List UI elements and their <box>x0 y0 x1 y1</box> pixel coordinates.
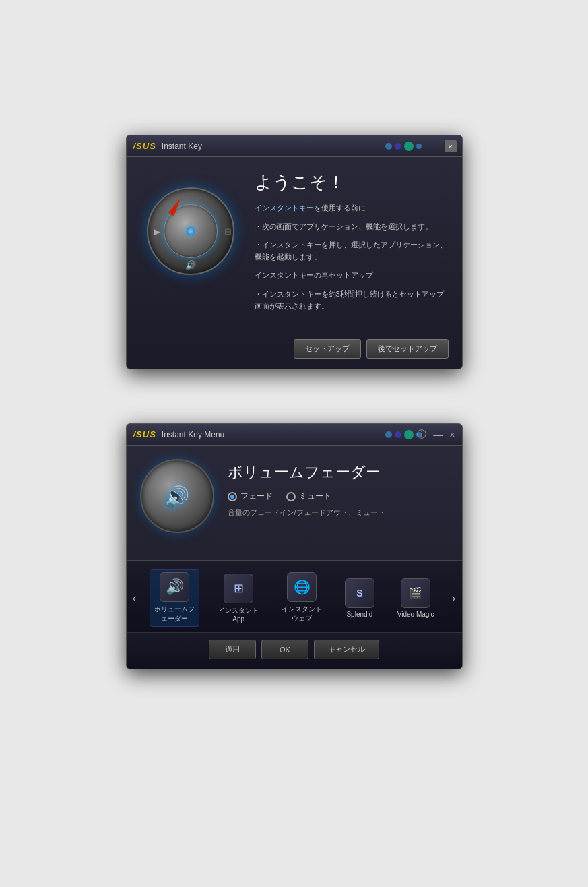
volume-desc: 音量のフェードイン/フェードアウト、ミュート <box>228 508 449 518</box>
bokeh-dot-4 <box>416 144 422 149</box>
dialog-instant-key-menu: /SUS Instant Key Menu ⓘ — × 🔊 ボリュームフェーダー <box>126 423 463 669</box>
app-icon-box-web: 🌐 <box>287 572 317 602</box>
dial-inner <box>164 204 218 258</box>
radio-mute-label: ミュート <box>299 491 331 502</box>
app-icon-box-splendid: S <box>345 578 374 608</box>
app-icon-instant-app[interactable]: ⊞ インスタントApp <box>214 571 263 625</box>
title-icons: ⓘ — × <box>416 429 456 441</box>
arrow-left-button[interactable]: ‹ <box>127 578 143 618</box>
volume-title: ボリュームフェーダー <box>228 462 449 483</box>
radio-mute[interactable]: ミュート <box>286 491 331 502</box>
minimize-button[interactable]: — <box>432 429 444 440</box>
dial-grid-icon: ⊞ <box>224 226 232 237</box>
app-icon-video-magic[interactable]: 🎬 Video Magic <box>393 576 438 621</box>
bokeh-dot-7 <box>404 430 414 439</box>
welcome-p3: ・インスタントキーを押し、選択したアプリケーション、機能を起動します。 <box>255 239 449 263</box>
radio-fade[interactable]: フェード <box>228 491 273 502</box>
radio-fade-label: フェード <box>240 491 273 502</box>
dial-arrow <box>168 196 183 216</box>
welcome-heading: ようこそ！ <box>255 171 449 194</box>
welcome-text: ようこそ！ インスタントキーを使用する前に ・次の画面でアプリケーション、機能を… <box>255 171 449 319</box>
info-button[interactable]: ⓘ <box>416 429 428 441</box>
welcome-p1: インスタントキーを使用する前に <box>255 202 449 214</box>
asus-logo-2: /SUS <box>133 429 156 439</box>
bokeh-dot-2 <box>395 143 401 150</box>
app-icon-box-volume: 🔊 <box>160 572 189 602</box>
titlebar-1: /SUS Instant Key × <box>127 135 462 157</box>
asus-logo-1: /SUS <box>133 141 156 151</box>
app-label-instant-app: インスタントApp <box>218 606 259 623</box>
bokeh-dot-3 <box>404 142 414 151</box>
dialog2-footer: 適用 OK キャンセル <box>127 632 462 669</box>
radio-dot-mute <box>286 492 296 501</box>
app-icons-container: 🔊 ボリュームフェーダー ⊞ インスタントApp 🌐 インスタントウェブ <box>143 569 446 627</box>
welcome-body: インスタントキーを使用する前に ・次の画面でアプリケーション、機能を選択します。… <box>255 202 449 312</box>
volume-dial-icon: 🔊 <box>164 485 189 508</box>
app-strip: ‹ 🔊 ボリュームフェーダー ⊞ インスタントApp 🌐 <box>127 560 462 632</box>
splendid-icon: S <box>356 588 362 599</box>
app-label-splendid: Splendid <box>346 611 372 618</box>
setup-button[interactable]: セットアップ <box>294 339 361 359</box>
dial-play-icon: ▶ <box>150 224 164 239</box>
volume-fader-icon: 🔊 <box>166 578 184 596</box>
app-icon-instant-web[interactable]: 🌐 インスタントウェブ <box>277 570 326 626</box>
close-button-2[interactable]: × <box>448 429 456 440</box>
welcome-p5: ・インスタントキーを約3秒間押し続けるとセットアップ画面が表示されます。 <box>255 288 449 312</box>
cancel-button[interactable]: キャンセル <box>314 640 379 659</box>
close-button-1[interactable]: × <box>445 140 457 152</box>
dialog2-title: Instant Key Menu <box>162 430 224 439</box>
volume-info: ボリュームフェーダー フェード ミュート 音量のフェードイン/フェードアウト、ミ… <box>228 459 449 518</box>
dialog2-body: 🔊 ボリュームフェーダー フェード ミュート 音量のフェードイン/フェードアウト… <box>127 446 462 560</box>
dial-outer: ▶ ⊞ 🔊 <box>147 187 234 275</box>
dialog1-title: Instant Key <box>162 142 202 151</box>
volume-dial: 🔊 <box>140 459 214 533</box>
welcome-p4: インスタントキーの再セットアップ <box>255 270 449 282</box>
app-icon-splendid[interactable]: S Splendid <box>341 576 379 621</box>
ok-button[interactable]: OK <box>261 640 308 659</box>
video-magic-icon: 🎬 <box>409 586 422 599</box>
app-label-instant-web: インスタントウェブ <box>282 605 322 623</box>
dial-volume-icon: 🔊 <box>185 260 196 270</box>
welcome-text-1: を使用する前に <box>314 204 366 212</box>
apply-button[interactable]: 適用 <box>209 640 256 659</box>
titlebar-2: /SUS Instant Key Menu ⓘ — × <box>127 424 462 446</box>
highlight-1: インスタントキー <box>255 204 314 212</box>
bokeh-decoration <box>385 135 422 156</box>
bokeh-dot-6 <box>395 431 401 438</box>
dial-container: ▶ ⊞ 🔊 <box>140 171 241 292</box>
app-label-video-magic: Video Magic <box>397 611 434 618</box>
volume-section: 🔊 ボリュームフェーダー フェード ミュート 音量のフェードイン/フェードアウト… <box>140 459 449 533</box>
arrow-right-button[interactable]: › <box>446 578 462 618</box>
app-label-volume: ボリュームフェーダー <box>154 605 195 623</box>
dialog1-footer: セットアップ 後でセットアップ <box>127 332 462 369</box>
radio-row: フェード ミュート <box>228 491 449 502</box>
dialog1-body: ▶ ⊞ 🔊 ようこそ！ インスタントキーを使用する前に ・次の画面でアプリケーシ… <box>127 157 462 332</box>
welcome-p2: ・次の画面でアプリケーション、機能を選択します。 <box>255 221 449 233</box>
bokeh-dot-1 <box>385 143 392 150</box>
dial-center <box>187 227 195 235</box>
instant-app-icon: ⊞ <box>234 581 244 596</box>
later-button[interactable]: 後でセットアップ <box>366 339 449 359</box>
bokeh-dot-5 <box>385 431 392 438</box>
app-icon-volume-fader[interactable]: 🔊 ボリュームフェーダー <box>150 569 199 627</box>
app-icon-box-app: ⊞ <box>224 574 253 603</box>
app-icon-box-video: 🎬 <box>401 578 430 608</box>
dialog-instant-key: /SUS Instant Key × ▶ ⊞ 🔊 ようこそ！ <box>126 135 463 369</box>
radio-dot-fade <box>228 492 237 501</box>
instant-web-icon: 🌐 <box>294 579 311 595</box>
